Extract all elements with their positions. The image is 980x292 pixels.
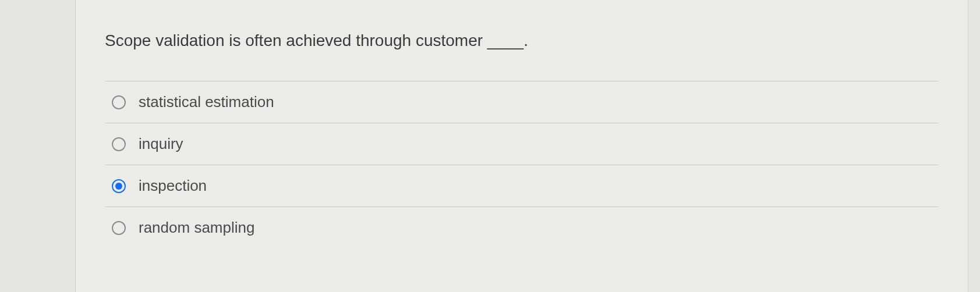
option-row-statistical-estimation[interactable]: statistical estimation bbox=[105, 81, 939, 123]
options-container: statistical estimation inquiry inspectio… bbox=[105, 81, 939, 248]
radio-icon-selected bbox=[112, 179, 126, 193]
radio-icon bbox=[112, 221, 126, 235]
right-margin bbox=[968, 0, 980, 292]
option-label: random sampling bbox=[139, 219, 254, 237]
question-text: Scope validation is often achieved throu… bbox=[105, 29, 939, 52]
question-panel: Scope validation is often achieved throu… bbox=[76, 0, 968, 292]
option-label: inquiry bbox=[139, 135, 183, 153]
left-margin bbox=[0, 0, 76, 292]
radio-icon bbox=[112, 95, 126, 109]
option-label: statistical estimation bbox=[139, 93, 274, 111]
option-label: inspection bbox=[139, 177, 207, 195]
option-row-inquiry[interactable]: inquiry bbox=[105, 123, 939, 165]
option-row-random-sampling[interactable]: random sampling bbox=[105, 207, 939, 248]
option-row-inspection[interactable]: inspection bbox=[105, 165, 939, 207]
radio-icon bbox=[112, 137, 126, 151]
